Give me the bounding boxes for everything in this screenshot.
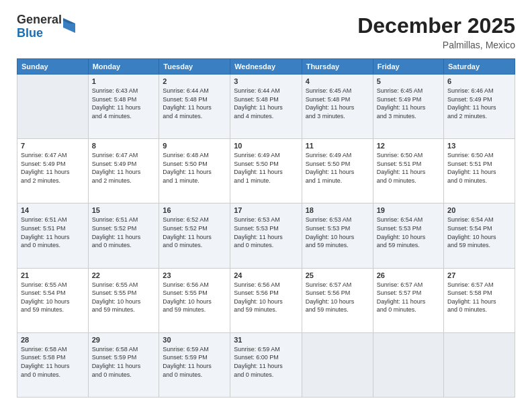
day-info: Sunrise: 6:50 AM Sunset: 5:51 PM Dayligh… — [447, 151, 511, 185]
day-cell: 6Sunrise: 6:46 AM Sunset: 5:49 PM Daylig… — [444, 75, 515, 139]
week-row-1: 1Sunrise: 6:43 AM Sunset: 5:48 PM Daylig… — [17, 75, 515, 139]
day-number: 5 — [377, 77, 440, 85]
day-cell — [373, 332, 443, 397]
day-info: Sunrise: 6:47 AM Sunset: 5:49 PM Dayligh… — [92, 151, 156, 185]
day-info: Sunrise: 6:59 AM Sunset: 6:00 PM Dayligh… — [234, 345, 298, 379]
day-cell: 21Sunrise: 6:55 AM Sunset: 5:54 PM Dayli… — [17, 268, 89, 332]
day-cell: 4Sunrise: 6:45 AM Sunset: 5:48 PM Daylig… — [302, 75, 373, 139]
day-cell: 29Sunrise: 6:58 AM Sunset: 5:59 PM Dayli… — [88, 332, 159, 397]
day-cell: 9Sunrise: 6:48 AM Sunset: 5:50 PM Daylig… — [159, 139, 230, 203]
calendar-table: SundayMondayTuesdayWednesdayThursdayFrid… — [17, 58, 515, 398]
day-number: 13 — [447, 142, 511, 150]
day-number: 31 — [234, 336, 298, 344]
col-header-wednesday: Wednesday — [230, 59, 302, 75]
week-row-3: 14Sunrise: 6:51 AM Sunset: 5:51 PM Dayli… — [17, 203, 515, 268]
day-cell: 15Sunrise: 6:51 AM Sunset: 5:52 PM Dayli… — [88, 203, 159, 268]
header-row: SundayMondayTuesdayWednesdayThursdayFrid… — [17, 59, 515, 75]
logo-icon — [63, 18, 75, 33]
calendar-header: SundayMondayTuesdayWednesdayThursdayFrid… — [17, 59, 515, 75]
day-number: 19 — [377, 206, 440, 214]
col-header-monday: Monday — [88, 59, 159, 75]
day-info: Sunrise: 6:54 AM Sunset: 5:54 PM Dayligh… — [447, 216, 511, 249]
day-number: 26 — [377, 271, 440, 279]
day-cell: 16Sunrise: 6:52 AM Sunset: 5:52 PM Dayli… — [159, 203, 230, 268]
day-number: 12 — [377, 142, 440, 150]
col-header-thursday: Thursday — [302, 59, 373, 75]
week-row-2: 7Sunrise: 6:47 AM Sunset: 5:49 PM Daylig… — [17, 139, 515, 203]
day-cell: 2Sunrise: 6:44 AM Sunset: 5:48 PM Daylig… — [159, 75, 230, 139]
day-number: 22 — [92, 271, 156, 279]
day-info: Sunrise: 6:50 AM Sunset: 5:51 PM Dayligh… — [377, 151, 440, 185]
day-number: 10 — [234, 142, 298, 150]
day-info: Sunrise: 6:58 AM Sunset: 5:59 PM Dayligh… — [92, 345, 156, 379]
day-cell — [444, 332, 515, 397]
day-cell — [302, 332, 373, 397]
header: General Blue December 2025 Palmillas, Me… — [17, 13, 515, 50]
day-info: Sunrise: 6:54 AM Sunset: 5:53 PM Dayligh… — [377, 216, 440, 249]
day-info: Sunrise: 6:56 AM Sunset: 5:55 PM Dayligh… — [163, 281, 226, 314]
day-cell: 30Sunrise: 6:59 AM Sunset: 5:59 PM Dayli… — [159, 332, 230, 397]
logo: General Blue — [17, 13, 75, 40]
day-info: Sunrise: 6:47 AM Sunset: 5:49 PM Dayligh… — [21, 151, 85, 185]
day-number: 15 — [92, 206, 156, 214]
day-cell: 27Sunrise: 6:57 AM Sunset: 5:58 PM Dayli… — [444, 268, 515, 332]
logo-blue: Blue — [17, 27, 62, 40]
day-number: 7 — [21, 142, 85, 150]
col-header-tuesday: Tuesday — [159, 59, 230, 75]
col-header-saturday: Saturday — [444, 59, 515, 75]
day-number: 18 — [306, 206, 369, 214]
day-cell: 10Sunrise: 6:49 AM Sunset: 5:50 PM Dayli… — [230, 139, 302, 203]
day-cell: 14Sunrise: 6:51 AM Sunset: 5:51 PM Dayli… — [17, 203, 89, 268]
day-cell: 7Sunrise: 6:47 AM Sunset: 5:49 PM Daylig… — [17, 139, 89, 203]
day-info: Sunrise: 6:55 AM Sunset: 5:55 PM Dayligh… — [92, 281, 156, 314]
day-cell: 22Sunrise: 6:55 AM Sunset: 5:55 PM Dayli… — [88, 268, 159, 332]
day-cell: 26Sunrise: 6:57 AM Sunset: 5:57 PM Dayli… — [373, 268, 443, 332]
day-number: 21 — [21, 271, 85, 279]
day-info: Sunrise: 6:49 AM Sunset: 5:50 PM Dayligh… — [234, 151, 298, 185]
col-header-sunday: Sunday — [17, 59, 89, 75]
day-number: 6 — [447, 77, 511, 85]
day-cell: 8Sunrise: 6:47 AM Sunset: 5:49 PM Daylig… — [88, 139, 159, 203]
day-number: 17 — [234, 206, 298, 214]
day-number: 16 — [163, 206, 226, 214]
day-cell: 24Sunrise: 6:56 AM Sunset: 5:56 PM Dayli… — [230, 268, 302, 332]
day-info: Sunrise: 6:51 AM Sunset: 5:52 PM Dayligh… — [92, 216, 156, 249]
day-info: Sunrise: 6:53 AM Sunset: 5:53 PM Dayligh… — [306, 216, 369, 249]
day-info: Sunrise: 6:45 AM Sunset: 5:48 PM Dayligh… — [306, 87, 369, 120]
day-cell: 12Sunrise: 6:50 AM Sunset: 5:51 PM Dayli… — [373, 139, 443, 203]
title-block: December 2025 Palmillas, Mexico — [357, 13, 515, 50]
day-info: Sunrise: 6:59 AM Sunset: 5:59 PM Dayligh… — [163, 345, 226, 379]
day-cell: 17Sunrise: 6:53 AM Sunset: 5:53 PM Dayli… — [230, 203, 302, 268]
day-number: 20 — [447, 206, 511, 214]
day-cell: 18Sunrise: 6:53 AM Sunset: 5:53 PM Dayli… — [302, 203, 373, 268]
day-info: Sunrise: 6:51 AM Sunset: 5:51 PM Dayligh… — [21, 216, 85, 249]
day-info: Sunrise: 6:48 AM Sunset: 5:50 PM Dayligh… — [163, 151, 226, 185]
day-cell: 1Sunrise: 6:43 AM Sunset: 5:48 PM Daylig… — [88, 75, 159, 139]
day-cell: 11Sunrise: 6:49 AM Sunset: 5:50 PM Dayli… — [302, 139, 373, 203]
day-cell: 23Sunrise: 6:56 AM Sunset: 5:55 PM Dayli… — [159, 268, 230, 332]
day-info: Sunrise: 6:45 AM Sunset: 5:49 PM Dayligh… — [377, 87, 440, 120]
day-number: 3 — [234, 77, 298, 85]
day-number: 25 — [306, 271, 369, 279]
day-info: Sunrise: 6:44 AM Sunset: 5:48 PM Dayligh… — [234, 87, 298, 120]
day-number: 30 — [163, 336, 226, 344]
page: General Blue December 2025 Palmillas, Me… — [0, 0, 532, 411]
day-info: Sunrise: 6:57 AM Sunset: 5:56 PM Dayligh… — [306, 281, 369, 314]
week-row-5: 28Sunrise: 6:58 AM Sunset: 5:58 PM Dayli… — [17, 332, 515, 397]
calendar-body: 1Sunrise: 6:43 AM Sunset: 5:48 PM Daylig… — [17, 75, 515, 398]
day-number: 8 — [92, 142, 156, 150]
day-info: Sunrise: 6:57 AM Sunset: 5:58 PM Dayligh… — [447, 281, 511, 314]
day-number: 4 — [306, 77, 369, 85]
day-info: Sunrise: 6:52 AM Sunset: 5:52 PM Dayligh… — [163, 216, 226, 249]
week-row-4: 21Sunrise: 6:55 AM Sunset: 5:54 PM Dayli… — [17, 268, 515, 332]
day-cell: 5Sunrise: 6:45 AM Sunset: 5:49 PM Daylig… — [373, 75, 443, 139]
day-number: 23 — [163, 271, 226, 279]
day-info: Sunrise: 6:56 AM Sunset: 5:56 PM Dayligh… — [234, 281, 298, 314]
logo-text: General Blue — [17, 13, 62, 40]
month-title: December 2025 — [357, 13, 515, 38]
day-number: 24 — [234, 271, 298, 279]
day-info: Sunrise: 6:46 AM Sunset: 5:49 PM Dayligh… — [447, 87, 511, 120]
day-number: 28 — [21, 336, 85, 344]
day-number: 27 — [447, 271, 511, 279]
day-cell: 31Sunrise: 6:59 AM Sunset: 6:00 PM Dayli… — [230, 332, 302, 397]
